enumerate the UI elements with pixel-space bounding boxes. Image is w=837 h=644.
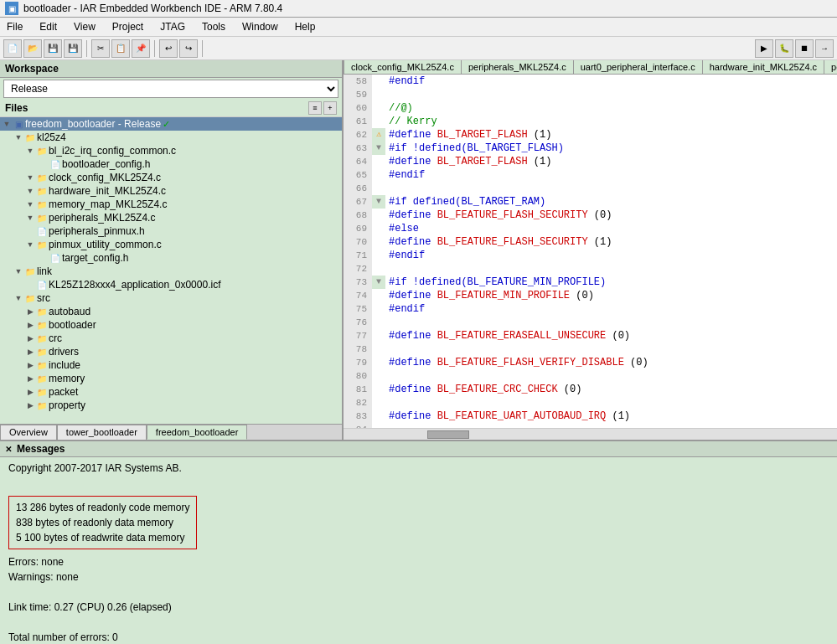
code-line-82: 82 <box>344 396 837 410</box>
undo-btn[interactable]: ↩ <box>159 39 178 58</box>
code-line-68: 68 #define BL_FEATURE_FLASH_SECURITY (0) <box>344 209 837 222</box>
tree-clockcfg[interactable]: ▼ 📁 clock_config_MKL25Z4.c <box>0 171 342 184</box>
folder-icon-bootloader: 📁 <box>35 321 49 330</box>
tree-hwinit[interactable]: ▼ 📁 hardware_init_MKL25Z4.c <box>0 184 342 198</box>
tree-autobaud[interactable]: ▶ 📁 autobaud <box>0 305 342 318</box>
code-tab-hwinit[interactable]: hardware_init_MKL25Z4.c <box>703 60 824 74</box>
tree-drivers[interactable]: ▶ 📁 drivers <box>0 345 342 358</box>
code-line-81: 81 #define BL_FEATURE_CRC_CHECK (0) <box>344 383 837 396</box>
menu-window[interactable]: Window <box>239 19 282 34</box>
tree-bootloader[interactable]: ▶ 📁 bootloader <box>0 318 342 332</box>
msg-errors: Errors: none <box>8 554 829 569</box>
sep2 <box>154 40 155 57</box>
redo-btn[interactable]: ↪ <box>179 39 198 58</box>
folder-icon-pinmuxutil: 📁 <box>35 240 49 250</box>
memmap-label: memory_map_MKL25Z4.c <box>49 198 167 210</box>
tab-overview[interactable]: Overview <box>0 425 57 440</box>
tree-pinmuxutil[interactable]: ▼ 📁 pinmux_utility_common.c <box>0 238 342 251</box>
tab-freedom[interactable]: freedom_bootloader <box>147 425 247 440</box>
save-btn[interactable]: 💾 <box>44 39 62 58</box>
code-tab-periph[interactable]: peripherals_MKL25Z4.c <box>462 60 574 74</box>
clockcfg-label: clock_config_MKL25Z4.c <box>49 172 161 183</box>
messages-header: ✕ Messages <box>0 441 837 457</box>
folder-icon-src: 📁 <box>23 294 37 303</box>
menu-project[interactable]: Project <box>109 19 147 34</box>
tree-link[interactable]: ▼ 📁 link <box>0 265 342 278</box>
code-line-83: 83 #define BL_FEATURE_UART_AUTOBAUD_IRQ … <box>344 410 837 423</box>
menu-help[interactable]: Help <box>292 19 319 34</box>
file-icon-icf: 📄 <box>35 281 49 290</box>
periph-label: peripherals_MKL25Z4.c <box>49 212 155 224</box>
files-icons: ≡ + <box>308 101 337 115</box>
menu-jtag[interactable]: JTAG <box>157 19 189 34</box>
tree-memmap[interactable]: ▼ 📁 memory_map_MKL25Z4.c <box>0 198 342 211</box>
menu-view[interactable]: View <box>70 19 99 34</box>
pinmuxh-label: peripherals_pinmux.h <box>49 225 145 237</box>
code-editor[interactable]: 58 #endif 59 60 //@) <box>344 75 837 428</box>
folder-icon-packet: 📁 <box>35 388 49 397</box>
messages-content: Copyright 2007-2017 IAR Systems AB. 13 2… <box>0 457 837 641</box>
tree-property[interactable]: ▶ 📁 property <box>0 399 342 412</box>
memory-label: memory <box>49 373 85 384</box>
sort-btn[interactable]: ≡ <box>308 101 322 115</box>
bootcfg-label: bootloader_config.h <box>62 158 150 170</box>
folder-icon-kl25z4: 📁 <box>23 133 37 142</box>
folder-icon-hwinit: 📁 <box>35 187 49 196</box>
open-btn[interactable]: 📂 <box>23 39 42 58</box>
code-tab-pinmux[interactable]: peripherals_pinmu... <box>824 60 837 74</box>
workspace-dropdown[interactable]: Release <box>3 80 338 98</box>
messages-panel: ✕ Messages Copyright 2007-2017 IAR Syste… <box>0 440 837 641</box>
tree-periph[interactable]: ▼ 📁 peripherals_MKL25Z4.c <box>0 211 342 224</box>
code-tab-clock[interactable]: clock_config_MKL25Z4.c <box>344 60 462 74</box>
copy-btn[interactable]: 📋 <box>111 39 130 58</box>
tab-tower[interactable]: tower_bootloader <box>57 425 147 440</box>
packet-label: packet <box>49 386 78 398</box>
expand-kl25z4: ▼ <box>13 133 23 142</box>
close-messages-btn[interactable]: ✕ <box>5 445 12 454</box>
save-all-btn[interactable]: 💾 <box>64 39 82 58</box>
tree-bli2c[interactable]: ▼ 📁 bl_i2c_irq_config_common.c <box>0 144 342 157</box>
code-panel: clock_config_MKL25Z4.c peripherals_MKL25… <box>344 60 837 440</box>
msg-blank3 <box>8 615 829 630</box>
tree-icf[interactable]: 📄 KL25Z128xxx4_application_0x0000.icf <box>0 278 342 291</box>
folder-icon-memory: 📁 <box>35 374 49 384</box>
step-btn[interactable]: → <box>815 39 834 58</box>
stop-btn[interactable]: ⏹ <box>795 39 814 58</box>
tree-targetcfg[interactable]: 📄 target_config.h <box>0 251 342 265</box>
menu-file[interactable]: File <box>3 19 26 34</box>
code-line-70: 70 #define BL_FEATURE_FLASH_SECURITY (1) <box>344 235 837 249</box>
menu-edit[interactable]: Edit <box>36 19 60 34</box>
msg-mem3: 5 100 bytes of readwrite data memory <box>16 530 189 545</box>
title-bar: ▣ bootloader - IAR Embedded Workbench ID… <box>0 0 837 18</box>
code-tab-uart[interactable]: uart0_peripheral_interface.c <box>574 60 703 74</box>
paste-btn[interactable]: 📌 <box>132 39 150 58</box>
new-folder-btn[interactable]: + <box>323 101 337 115</box>
tree-memory[interactable]: ▶ 📁 memory <box>0 372 342 385</box>
kl25z4-label: kl25z4 <box>37 131 66 143</box>
new-btn[interactable]: 📄 <box>3 39 22 58</box>
msg-blank2 <box>8 585 829 600</box>
build-btn[interactable]: ▶ <box>755 39 773 58</box>
expand-packet: ▶ <box>25 388 35 396</box>
property-label: property <box>49 399 85 411</box>
app-icon: ▣ <box>5 2 18 15</box>
file-tree[interactable]: ▼ ▣ freedom_bootloader - Release ✓ ▼ 📁 k… <box>0 117 342 424</box>
code-line-60: 60 //@) <box>344 101 837 115</box>
tree-packet[interactable]: ▶ 📁 packet <box>0 385 342 399</box>
tree-bootcfg[interactable]: 📄 bootloader_config.h <box>0 157 342 171</box>
tree-root[interactable]: ▼ ▣ freedom_bootloader - Release ✓ <box>0 117 342 131</box>
tree-kl25z4[interactable]: ▼ 📁 kl25z4 <box>0 131 342 144</box>
code-hscroll[interactable] <box>344 428 837 440</box>
tree-src[interactable]: ▼ 📁 src <box>0 291 342 305</box>
autobaud-label: autobaud <box>49 306 90 317</box>
menu-tools[interactable]: Tools <box>199 19 229 34</box>
cut-btn[interactable]: ✂ <box>91 39 110 58</box>
tree-pinmuxh[interactable]: 📄 peripherals_pinmux.h <box>0 224 342 238</box>
code-line-67: 67 ▼ #if defined(BL_TARGET_RAM) <box>344 195 837 209</box>
tree-crc[interactable]: ▶ 📁 crc <box>0 332 342 345</box>
debug-btn[interactable]: 🐛 <box>775 39 793 58</box>
tree-include[interactable]: ▶ 📁 include <box>0 358 342 372</box>
toolbar-right: ▶ 🐛 ⏹ → <box>755 39 834 58</box>
hscroll-thumb[interactable] <box>427 430 469 439</box>
expand-include: ▶ <box>25 361 35 369</box>
